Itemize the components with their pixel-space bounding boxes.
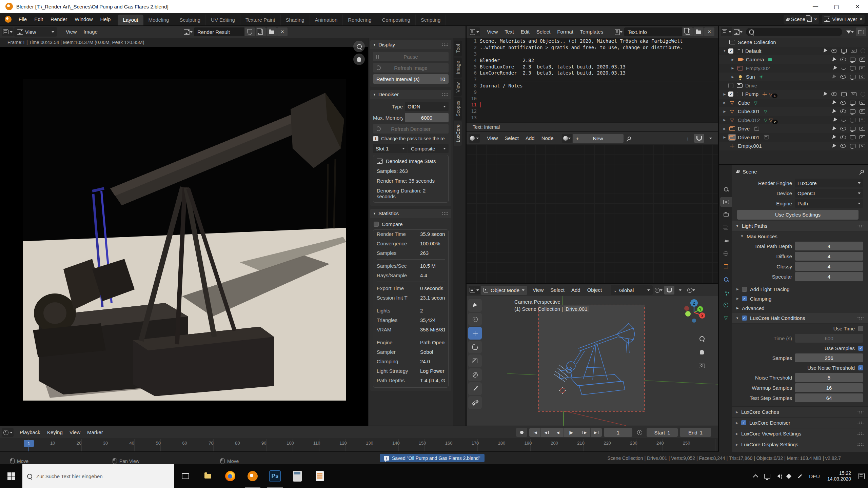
outliner-row-drive-001[interactable]: ▶Drive.001 bbox=[719, 133, 868, 142]
new-scene-icon[interactable] bbox=[807, 17, 812, 22]
outliner-row-empty-002[interactable]: ▶Empty.002 bbox=[719, 64, 868, 73]
outliner-row-pump[interactable]: ▶✓Pump▽6 bbox=[719, 90, 868, 99]
editor-type-button[interactable] bbox=[469, 286, 480, 294]
hide-eye-icon[interactable] bbox=[840, 75, 846, 79]
tool-measure-button[interactable] bbox=[468, 396, 482, 409]
disable-render-icon[interactable] bbox=[860, 109, 865, 114]
expander-icon[interactable]: ▶ bbox=[722, 93, 727, 96]
selectable-icon[interactable] bbox=[832, 135, 837, 140]
start-button[interactable] bbox=[0, 464, 22, 488]
text-line[interactable]: 3 bbox=[467, 51, 718, 57]
text-line[interactable]: 13 bbox=[467, 115, 718, 121]
time-field[interactable]: 600 bbox=[795, 334, 863, 343]
tray-expand-button[interactable] bbox=[750, 464, 761, 488]
pass-dropdown[interactable]: Composite bbox=[408, 144, 449, 153]
eye-closed-icon[interactable] bbox=[841, 119, 846, 122]
hide-eye-icon[interactable] bbox=[831, 49, 837, 53]
disable-viewport-icon[interactable] bbox=[850, 58, 855, 62]
disable-viewport-icon[interactable] bbox=[850, 144, 855, 148]
jump-to-start-button[interactable]: ◀ bbox=[529, 428, 540, 437]
max-bounces-subpanel-header[interactable]: ▼ Max Bounces bbox=[732, 231, 868, 241]
properties-tab-mod[interactable] bbox=[720, 274, 732, 284]
render-result-canvas[interactable] bbox=[0, 47, 370, 426]
pin-button[interactable] bbox=[624, 134, 634, 143]
render-engine-dropdown[interactable]: LuxCore bbox=[795, 179, 863, 187]
file-explorer-icon[interactable] bbox=[197, 464, 219, 488]
editor-type-button[interactable] bbox=[721, 27, 732, 36]
engine-dropdown[interactable]: Path bbox=[795, 199, 863, 208]
properties-tab-part[interactable] bbox=[720, 287, 732, 297]
total-path-depth-field[interactable]: 4 bbox=[795, 242, 863, 250]
workspace-tab-sculpting[interactable]: Sculpting bbox=[174, 15, 206, 25]
view-layer-selector[interactable]: View Layer × bbox=[822, 15, 865, 24]
selectable-icon[interactable] bbox=[832, 144, 837, 148]
node-editor-menu-select[interactable]: Select bbox=[501, 133, 522, 144]
maximize-button[interactable]: ▢ bbox=[826, 0, 847, 13]
disable-render-icon[interactable] bbox=[851, 92, 856, 96]
panel-luxcore-display-settings[interactable]: ▶LuxCore Display Settings bbox=[732, 439, 868, 450]
sync-app-icon[interactable] bbox=[784, 464, 794, 488]
properties-tab-world[interactable] bbox=[720, 248, 732, 259]
collection-checkbox[interactable] bbox=[728, 83, 733, 88]
properties-tab-tool[interactable] bbox=[720, 184, 732, 194]
diffuse-field[interactable]: 4 bbox=[795, 252, 863, 261]
outliner-row-default[interactable]: ▼✓Default bbox=[719, 47, 868, 56]
expander-icon[interactable]: ▶ bbox=[722, 136, 727, 139]
sidebar-tab-view[interactable]: View bbox=[454, 79, 462, 96]
display-panel-header[interactable]: ▼ Display bbox=[370, 40, 451, 49]
image-datablock-dropdown[interactable] bbox=[183, 27, 193, 36]
pen-icon[interactable] bbox=[794, 464, 806, 488]
workspace-tab-layout[interactable]: Layout bbox=[118, 15, 143, 25]
expander-icon[interactable]: ▶ bbox=[722, 127, 727, 130]
frame-start-field[interactable]: Start1 bbox=[647, 428, 678, 437]
panel-checkbox[interactable]: ✓ bbox=[741, 420, 746, 425]
disable-render-icon[interactable] bbox=[860, 101, 865, 105]
close-button[interactable]: ✕ bbox=[847, 0, 868, 13]
open-image-button[interactable] bbox=[267, 27, 277, 36]
collection-checkbox[interactable]: ✓ bbox=[728, 48, 733, 54]
play-reverse-button[interactable]: ◀ bbox=[552, 428, 564, 437]
image-editor-menu-view[interactable]: View bbox=[62, 26, 80, 38]
new-node-tree-button[interactable]: +New bbox=[573, 134, 624, 143]
drag-grip-icon[interactable] bbox=[857, 432, 864, 435]
toggle-checkbox[interactable] bbox=[742, 287, 747, 292]
workspace-tab-rendering[interactable]: Rendering bbox=[343, 15, 377, 25]
timeline-ruler[interactable]: 1102030405060708090100110120130140150160… bbox=[0, 439, 718, 451]
sidebar-tab-tool[interactable]: Tool bbox=[454, 41, 462, 56]
disable-viewport-icon[interactable] bbox=[850, 135, 855, 139]
disable-render-icon[interactable] bbox=[860, 75, 865, 79]
toggle-add-light-tracing[interactable]: ▶Add Light Tracing bbox=[732, 284, 868, 294]
text-line[interactable]: 2..without notification > gratis and fre… bbox=[467, 44, 718, 51]
disable-viewport-icon[interactable] bbox=[850, 75, 855, 79]
properties-tab-data[interactable]: ▽ bbox=[720, 313, 732, 323]
samples-field[interactable]: 256 bbox=[795, 353, 863, 362]
playhead-badge[interactable]: 1 bbox=[24, 440, 34, 447]
pin-icon[interactable] bbox=[860, 169, 865, 174]
disable-render-icon[interactable] bbox=[860, 135, 865, 139]
topbar-menu-help[interactable]: Help bbox=[97, 13, 115, 25]
halt-conditions-panel-header[interactable]: ▼ ✓ LuxCore Halt Conditions bbox=[732, 313, 868, 324]
text-line[interactable]: 10 bbox=[467, 95, 718, 102]
refresh-interval-field[interactable]: Refresh Interval (s) 10 bbox=[373, 74, 449, 84]
tool-rotate-button[interactable] bbox=[468, 341, 482, 353]
previous-keyframe-button[interactable]: ◀ bbox=[541, 428, 552, 437]
denoiser-type-dropdown[interactable]: OIDN bbox=[405, 102, 449, 111]
tool-move-button[interactable] bbox=[468, 327, 482, 340]
use-noise-checkbox[interactable]: ✓ bbox=[858, 365, 863, 370]
workspace-tab-modeling[interactable]: Modeling bbox=[143, 15, 175, 25]
disable-render-icon[interactable] bbox=[860, 118, 865, 122]
expander-icon[interactable]: ▶ bbox=[722, 110, 727, 113]
selectable-icon[interactable] bbox=[833, 66, 838, 70]
text-line[interactable]: 11 bbox=[467, 102, 718, 108]
compare-checkbox-row[interactable]: Compare bbox=[373, 221, 449, 228]
snap-mode-dropdown[interactable] bbox=[706, 134, 716, 143]
properties-tab-output[interactable] bbox=[720, 210, 732, 220]
hide-eye-icon[interactable] bbox=[840, 58, 846, 61]
disable-render-icon[interactable] bbox=[851, 49, 856, 53]
holdout-icon[interactable] bbox=[861, 48, 865, 53]
outliner-root-row[interactable]: Scene Collection bbox=[719, 38, 868, 47]
new-image-button[interactable] bbox=[256, 27, 266, 36]
play-button[interactable]: ▶ bbox=[564, 428, 579, 437]
image-editor-menu-image[interactable]: Image bbox=[80, 26, 101, 38]
pivot-dropdown[interactable] bbox=[653, 286, 664, 294]
